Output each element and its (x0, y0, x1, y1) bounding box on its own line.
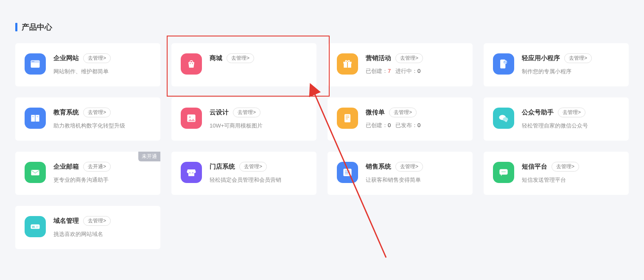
card-description: 挑选喜欢的网站域名 (53, 230, 151, 238)
product-card[interactable]: 商城去管理> (171, 43, 316, 86)
svg-text:W.: W. (32, 225, 35, 228)
product-card[interactable]: 企业网站去管理>网站制作、维护都简单 (15, 43, 160, 86)
svg-point-5 (192, 63, 193, 64)
product-card[interactable]: W.域名管理去管理>挑选喜欢的网站域名 (15, 206, 160, 249)
product-card[interactable]: 未开通企业邮箱去开通>更专业的商务沟通助手 (15, 152, 160, 195)
manage-button[interactable]: 去管理> (239, 162, 267, 172)
manage-button[interactable]: 去管理> (395, 53, 423, 63)
manage-button[interactable]: 去管理> (227, 53, 254, 63)
flyer-icon (337, 108, 358, 129)
svg-point-15 (189, 116, 191, 118)
manage-button[interactable]: 去管理> (395, 162, 423, 172)
product-card[interactable]: 门店系统去管理>轻松搞定会员管理和会员营销 (171, 152, 316, 195)
product-card[interactable]: 短信平台去管理>短信发送管理平台 (484, 152, 629, 195)
product-card[interactable]: 微传单去管理>已创建：0 已发布：0 (328, 97, 473, 141)
stat-label: 已发布： (395, 122, 417, 128)
card-description: 网站制作、维护都简单 (53, 67, 151, 76)
card-description: 让获客和销售变得简单 (366, 176, 463, 184)
svg-rect-29 (345, 174, 348, 175)
sms-icon (493, 162, 514, 183)
product-card[interactable]: 公众号助手去管理>轻松管理自家的微信公众号 (484, 97, 629, 141)
miniapp-icon (493, 53, 514, 75)
svg-rect-19 (346, 119, 348, 119)
mail-icon (25, 162, 46, 183)
card-description: 短信发送管理平台 (522, 176, 619, 184)
svg-point-4 (190, 63, 190, 64)
card-title: 短信平台 (522, 163, 547, 171)
wechat-icon (493, 108, 514, 129)
open-button[interactable]: 去开通> (83, 162, 111, 172)
card-description: 10W+可商用模板图片 (210, 122, 307, 130)
stat-label: 已创建： (366, 68, 388, 74)
svg-rect-18 (346, 117, 350, 118)
card-stats: 已创建：7 进行中：0 (366, 67, 463, 75)
card-title: 公众号助手 (522, 108, 554, 116)
svg-rect-27 (345, 171, 350, 172)
svg-rect-8 (347, 62, 348, 68)
product-card[interactable]: 云设计去管理>10W+可商用模板图片 (171, 97, 316, 141)
card-title: 云设计 (210, 108, 229, 116)
store-icon (181, 162, 202, 183)
card-title: 微传单 (366, 108, 385, 116)
stat-value: 0 (417, 122, 420, 128)
manage-button[interactable]: 去管理> (83, 216, 111, 226)
card-description: 更专业的商务沟通助手 (53, 176, 151, 184)
manage-button[interactable]: 去管理> (83, 108, 111, 117)
book-icon (25, 108, 46, 129)
card-description: 轻松搞定会员管理和会员营销 (210, 176, 307, 184)
window-icon (25, 53, 46, 75)
sales-icon (337, 162, 358, 183)
card-description: 制作您的专属小程序 (522, 67, 619, 76)
card-title: 教育系统 (53, 108, 79, 116)
stat-label: 已创建： (366, 122, 388, 128)
svg-rect-25 (188, 173, 194, 176)
svg-rect-17 (346, 116, 350, 116)
svg-point-23 (506, 121, 507, 122)
card-title: 域名管理 (53, 217, 79, 225)
product-card[interactable]: 销售系统去管理>让获客和销售变得简单 (328, 152, 473, 195)
manage-button[interactable]: 去管理> (552, 162, 579, 172)
stat-value: 0 (417, 68, 420, 74)
svg-rect-11 (35, 115, 36, 122)
svg-rect-16 (344, 114, 350, 122)
section-title: 产品中心 (22, 22, 52, 32)
card-title: 企业邮箱 (53, 163, 79, 171)
svg-rect-34 (36, 226, 39, 227)
manage-button[interactable]: 去管理> (564, 53, 592, 63)
card-description: 助力教培机构数字化转型升级 (53, 122, 151, 130)
manage-button[interactable]: 去管理> (233, 108, 260, 117)
manage-button[interactable]: 去管理> (389, 108, 417, 117)
svg-point-3 (33, 61, 34, 62)
stat-label: 进行中： (395, 68, 417, 74)
section-header: 产品中心 (15, 0, 629, 43)
title-accent-bar (15, 23, 17, 31)
card-title: 营销活动 (366, 54, 391, 62)
product-card[interactable]: 轻应用小程序去管理>制作您的专属小程序 (484, 43, 629, 86)
card-title: 销售系统 (366, 163, 391, 171)
card-title: 商城 (210, 54, 222, 62)
manage-button[interactable]: 去管理> (83, 53, 111, 63)
gift-icon (337, 53, 358, 75)
svg-point-2 (32, 61, 33, 62)
card-description: 轻松管理自家的微信公众号 (522, 122, 619, 130)
svg-rect-35 (36, 227, 38, 228)
product-card[interactable]: 教育系统去管理>助力教培机构数字化转型升级 (15, 97, 160, 141)
domain-icon: W. (25, 216, 46, 237)
image-icon (181, 108, 202, 129)
product-grid: 企业网站去管理>网站制作、维护都简单商城去管理>营销活动去管理>已创建：7 进行… (15, 43, 629, 249)
card-title: 企业网站 (53, 54, 79, 62)
manage-button[interactable]: 去管理> (558, 108, 585, 117)
card-title: 门店系统 (210, 163, 235, 171)
svg-rect-31 (501, 171, 506, 172)
card-stats: 已创建：0 已发布：0 (366, 122, 463, 129)
bag-icon (181, 53, 202, 75)
svg-rect-28 (345, 172, 350, 173)
status-badge: 未开通 (138, 152, 160, 161)
product-card[interactable]: 营销活动去管理>已创建：7 进行中：0 (328, 43, 473, 86)
card-title: 轻应用小程序 (522, 54, 560, 62)
